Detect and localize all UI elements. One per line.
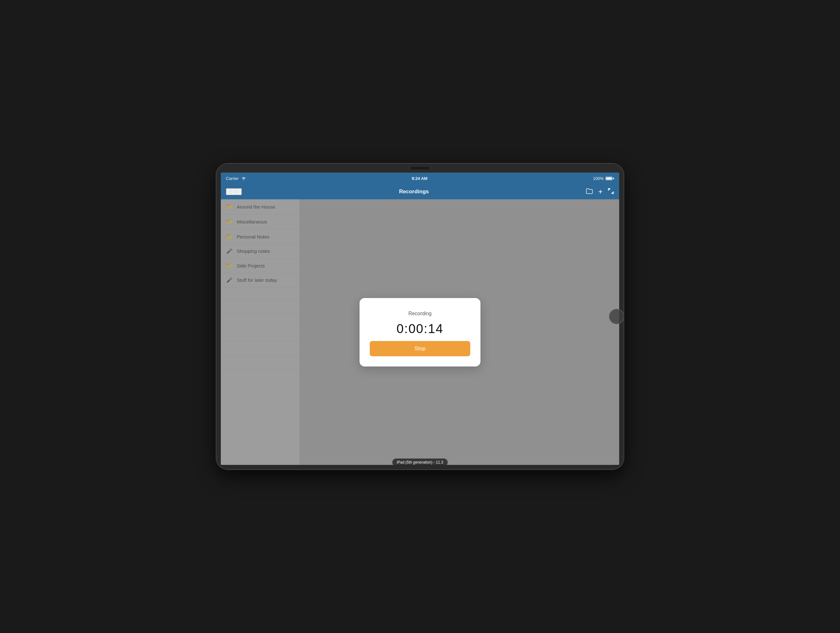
nav-bar: Edit Recordings + bbox=[221, 184, 619, 199]
battery-fill bbox=[606, 177, 612, 180]
recording-timer: 0:00:14 bbox=[396, 321, 443, 336]
device-top-bar bbox=[216, 164, 624, 172]
wifi-icon bbox=[241, 176, 246, 180]
edit-button[interactable]: Edit bbox=[226, 188, 242, 195]
battery-percent: 100% bbox=[593, 176, 603, 181]
folder-icon[interactable] bbox=[586, 188, 593, 196]
status-bar: Carrier 9:24 AM 100% bbox=[221, 172, 619, 184]
carrier-label: Carrier bbox=[226, 176, 238, 181]
nav-title: Recordings bbox=[246, 188, 582, 195]
battery-tip bbox=[613, 178, 614, 179]
stop-button[interactable]: Stop bbox=[370, 341, 470, 356]
recording-label: Recording bbox=[409, 311, 432, 316]
status-right: 100% bbox=[593, 176, 614, 181]
main-content: 📁 Around the House 📁 Miscellaneous 📁 Per… bbox=[221, 199, 619, 465]
modal-overlay: Recording 0:00:14 Stop bbox=[221, 199, 619, 465]
device-camera bbox=[411, 167, 429, 169]
status-left: Carrier bbox=[226, 176, 246, 181]
expand-icon[interactable] bbox=[608, 188, 614, 196]
device-frame: Carrier 9:24 AM 100% Edit Recordings bbox=[216, 164, 624, 469]
add-icon[interactable]: + bbox=[598, 187, 603, 196]
device-screen: Carrier 9:24 AM 100% Edit Recordings bbox=[221, 172, 619, 465]
device-label: iPad (5th generation) - 11.3 bbox=[392, 459, 448, 466]
battery-icon bbox=[605, 177, 614, 180]
battery-body bbox=[605, 177, 613, 180]
clock: 9:24 AM bbox=[412, 176, 427, 181]
recording-modal: Recording 0:00:14 Stop bbox=[360, 298, 480, 367]
nav-actions: + bbox=[586, 187, 614, 196]
